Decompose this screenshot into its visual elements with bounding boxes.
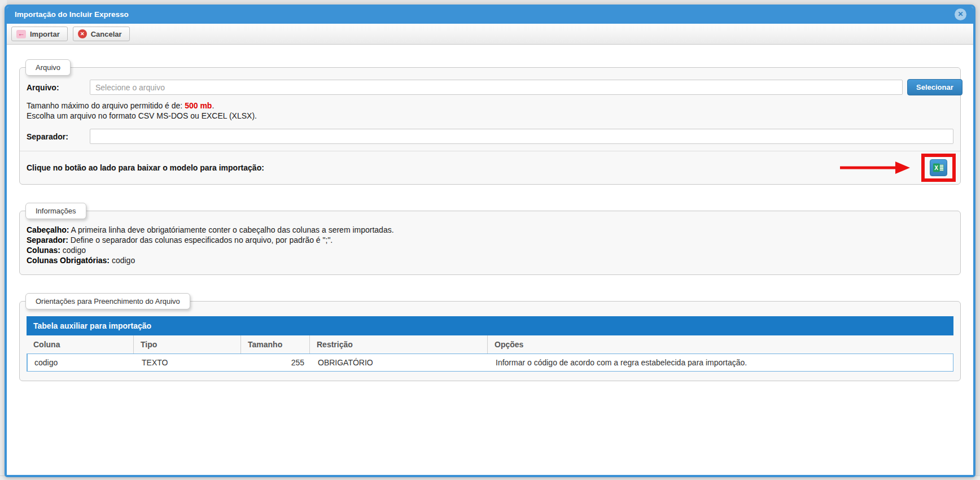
col-header-opcoes: Opções [488, 335, 953, 354]
col-header-restricao: Restrição [310, 335, 488, 354]
download-template-text: Clique no botão ao lado para baixar o mo… [27, 163, 264, 172]
separator-row: Separador: [27, 129, 953, 144]
import-button[interactable]: ← Importar [11, 27, 68, 41]
info-line-header: Cabeçalho: A primeira linha deve obrigat… [27, 225, 953, 235]
max-size-value: 500 mb [185, 101, 212, 110]
tab-arquivo[interactable]: Arquivo [25, 59, 71, 76]
dialog-titlebar: Importação do Incluir Expresso ✕ [7, 7, 973, 24]
cell-opcoes: Informar o código de acordo com a regra … [489, 354, 953, 371]
cell-coluna: codigo [28, 354, 135, 371]
cancel-button[interactable]: ✕ Cancelar [73, 27, 130, 41]
file-input[interactable] [90, 80, 903, 95]
download-excel-template-button[interactable]: X [930, 159, 947, 176]
info-line-label: Cabeçalho: [27, 225, 69, 234]
col-header-tamanho: Tamanho [241, 335, 310, 354]
col-header-tipo: Tipo [134, 335, 241, 354]
tab-orientacoes[interactable]: Orientações para Preenchimento do Arquiv… [25, 293, 190, 309]
file-help-text: Tamanho máximo do arquivo permitido é de… [27, 101, 953, 121]
file-label: Arquivo: [27, 83, 90, 92]
info-line-separator: Separador: Define o separador das coluna… [27, 235, 953, 245]
file-format-text: Escolha um arquivo no formato CSV MS-DOS… [27, 111, 257, 120]
dialog-toolbar: ← Importar ✕ Cancelar [7, 24, 973, 45]
info-line-required-columns: Colunas Obrigatórias: codigo [27, 255, 953, 265]
info-line-text: codigo [112, 256, 135, 265]
info-panel: Informações Cabeçalho: A primeira linha … [19, 211, 961, 275]
cell-tipo: TEXTO [135, 354, 242, 371]
cancel-x-icon: ✕ [78, 29, 87, 38]
excel-icon: X [933, 163, 944, 173]
red-annotation-arrow-icon [839, 160, 912, 176]
table-row: codigo TEXTO 255 OBRIGATÓRIO Informar o … [27, 354, 953, 372]
select-file-button[interactable]: Selecionar [907, 79, 963, 95]
info-line-text: codigo [63, 246, 86, 255]
info-line-label: Colunas Obrigatórias: [27, 256, 110, 265]
file-panel: Arquivo Arquivo: Selecionar Tamanho máxi… [19, 67, 961, 185]
import-button-label: Importar [30, 30, 60, 38]
aux-table-title: Tabela auxiliar para importação [27, 316, 953, 335]
info-line-text: A primeira linha deve obrigatóriamente c… [71, 225, 394, 234]
red-annotation-box: X [921, 154, 956, 182]
cell-restricao: OBRIGATÓRIO [311, 354, 489, 371]
info-line-columns: Colunas: codigo [27, 245, 953, 255]
guide-panel: Orientações para Preenchimento do Arquiv… [19, 301, 961, 381]
col-header-coluna: Coluna [27, 335, 134, 354]
download-template-row: Clique no botão ao lado para baixar o mo… [20, 151, 960, 184]
cell-tamanho: 255 [242, 354, 311, 371]
import-arrow-icon: ← [16, 30, 26, 38]
import-dialog: Importação do Incluir Expresso ✕ ← Impor… [5, 5, 975, 477]
info-line-label: Separador: [27, 235, 68, 245]
info-lines: Cabeçalho: A primeira linha deve obrigat… [27, 222, 953, 267]
svg-text:X: X [934, 165, 938, 171]
separator-label: Separador: [27, 132, 90, 141]
dialog-title: Importação do Incluir Expresso [15, 10, 129, 19]
dialog-content: Arquivo Arquivo: Selecionar Tamanho máxi… [7, 45, 973, 475]
close-icon[interactable]: ✕ [955, 8, 966, 20]
separator-input[interactable] [90, 129, 953, 144]
max-size-prefix: Tamanho máximo do arquivo permitido é de… [27, 101, 185, 110]
info-line-text: Define o separador das colunas especific… [71, 235, 333, 245]
aux-table: Tabela auxiliar para importação Coluna T… [27, 316, 953, 372]
download-template-controls: X [839, 154, 956, 182]
info-line-label: Colunas: [27, 246, 60, 255]
tab-informacoes[interactable]: Informações [25, 203, 86, 219]
cancel-button-label: Cancelar [91, 30, 122, 38]
aux-table-header-row: Coluna Tipo Tamanho Restrição Opções [27, 335, 953, 354]
file-row: Arquivo: Selecionar [27, 79, 953, 95]
max-size-suffix: . [212, 101, 214, 110]
